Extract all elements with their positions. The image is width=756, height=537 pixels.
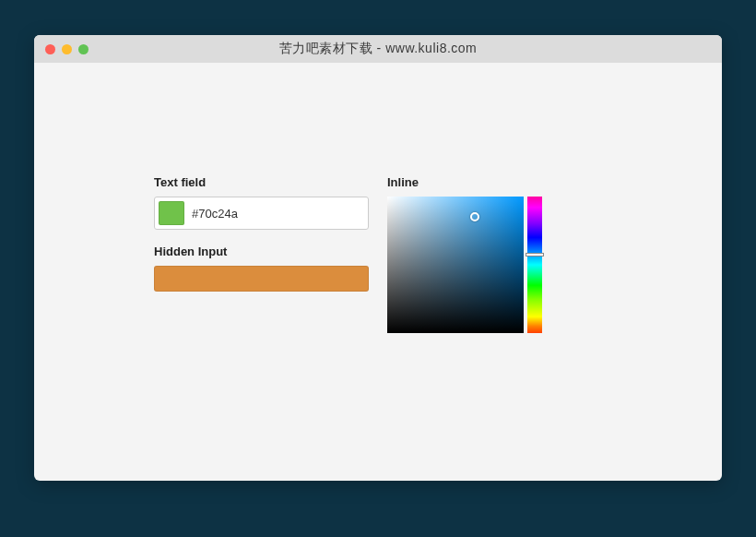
color-swatch[interactable] <box>159 201 184 225</box>
inline-label: Inline <box>387 175 602 189</box>
hidden-color-bar[interactable] <box>154 266 369 292</box>
hue-slider[interactable] <box>527 197 542 333</box>
app-window: 苦力吧素材下载 - www.kuli8.com Text field Hidde… <box>34 35 722 481</box>
window-title: 苦力吧素材下载 - www.kuli8.com <box>34 41 722 57</box>
color-text-field[interactable] <box>154 197 369 230</box>
hex-input[interactable] <box>192 207 364 221</box>
content-area: Text field Hidden Input Inline <box>34 63 722 481</box>
minimize-icon[interactable] <box>62 44 72 54</box>
left-column: Text field Hidden Input <box>154 175 369 333</box>
close-icon[interactable] <box>45 44 55 54</box>
inline-color-picker <box>387 197 602 333</box>
hue-handle[interactable] <box>526 253 544 257</box>
hidden-input-block: Hidden Input <box>154 245 369 292</box>
maximize-icon[interactable] <box>78 44 89 54</box>
right-column: Inline <box>387 175 602 333</box>
traffic-lights <box>34 44 89 54</box>
hidden-input-label: Hidden Input <box>154 245 369 258</box>
titlebar: 苦力吧素材下载 - www.kuli8.com <box>34 35 722 63</box>
saturation-value-panel[interactable] <box>387 197 524 333</box>
text-field-label: Text field <box>154 175 369 189</box>
sv-cursor[interactable] <box>470 212 479 221</box>
